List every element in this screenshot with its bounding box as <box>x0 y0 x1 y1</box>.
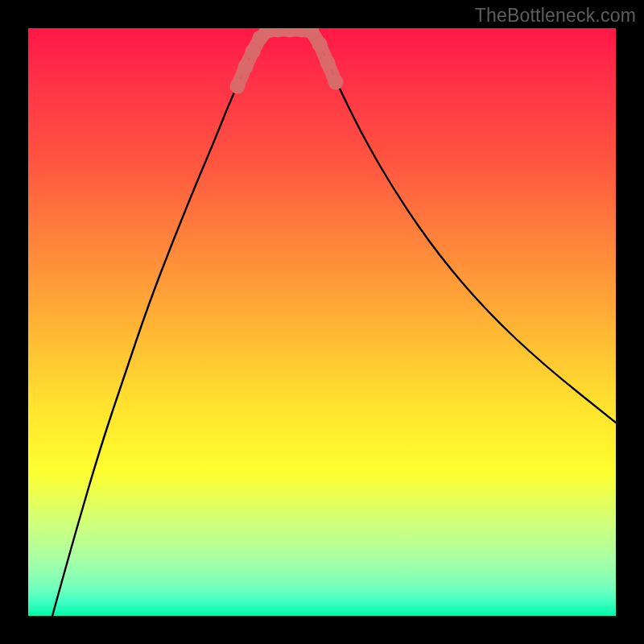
marker-dot <box>320 56 336 71</box>
watermark-text: TheBottleneck.com <box>475 5 636 27</box>
marker-dot <box>246 44 261 60</box>
marker-dot <box>230 79 246 94</box>
marker-dot <box>328 75 344 90</box>
plot-area <box>28 28 616 616</box>
bottleneck-curve-svg <box>28 28 616 616</box>
chart-frame: TheBottleneck.com <box>0 0 644 644</box>
curve-right-curve <box>312 28 616 423</box>
curve-left-curve <box>52 28 270 616</box>
marker-group <box>230 28 344 94</box>
curve-group <box>52 28 616 616</box>
marker-dot <box>312 37 328 52</box>
marker-dot <box>238 60 254 75</box>
